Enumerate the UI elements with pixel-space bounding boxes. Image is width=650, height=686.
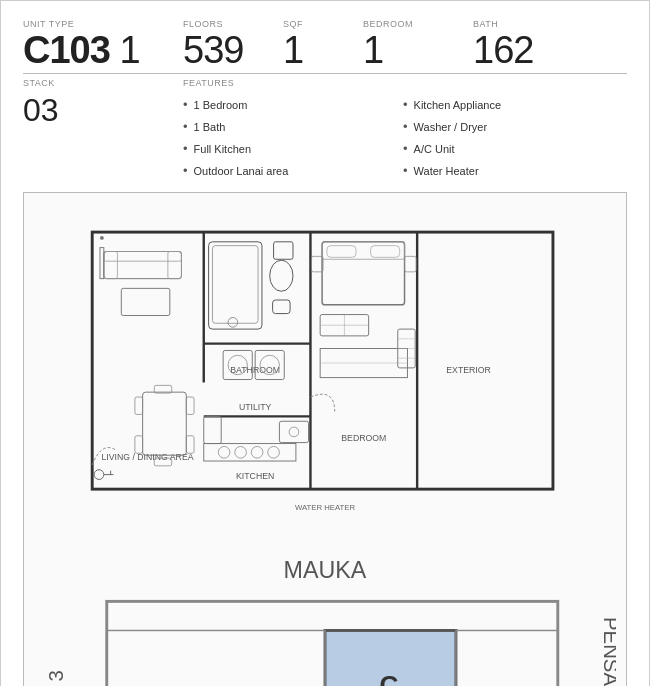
unit-type-label: UNIT TYPE	[23, 19, 183, 29]
svg-rect-41	[279, 422, 308, 443]
svg-point-38	[235, 447, 247, 459]
stack-value: 03	[23, 94, 183, 126]
svg-rect-50	[405, 257, 417, 273]
floors-label: FLOORS	[183, 19, 283, 29]
svg-rect-8	[212, 246, 258, 324]
svg-text:WATER HEATER: WATER HEATER	[295, 503, 356, 512]
floors-col: FLOORS 539	[183, 19, 283, 69]
svg-rect-21	[135, 397, 143, 414]
svg-text:PENSACOLA ST: PENSACOLA ST	[600, 617, 616, 686]
svg-point-27	[94, 470, 104, 480]
feature-item: 1 Bath	[183, 116, 403, 138]
svg-rect-48	[371, 246, 400, 258]
svg-rect-49	[311, 257, 323, 273]
feature-item: 1 Bedroom	[183, 94, 403, 116]
bedroom-label: BEDROOM	[363, 19, 473, 29]
svg-rect-19	[100, 248, 104, 279]
stack-features: STACK 03 FEATURES 1 Bedroom 1 Bath Full …	[23, 78, 627, 182]
svg-rect-22	[186, 397, 194, 414]
svg-rect-24	[186, 436, 194, 453]
floors-value: 539	[183, 31, 283, 69]
svg-text:UTILITY: UTILITY	[239, 402, 272, 412]
svg-text:LIVING / DINING AREA: LIVING / DINING AREA	[101, 452, 193, 462]
feature-item: Kitchen Appliance	[403, 94, 627, 116]
bath-col: BATH 162	[473, 19, 553, 69]
header: UNIT TYPE C103 1 FLOORS 539 SQF 1 BEDROO…	[23, 19, 627, 74]
svg-rect-17	[168, 252, 182, 279]
svg-rect-43	[204, 417, 221, 444]
svg-rect-15	[104, 252, 182, 262]
svg-point-39	[251, 447, 263, 459]
unit-type-col: UNIT TYPE C103 1	[23, 19, 183, 69]
unit-type-value: C103 1	[23, 31, 183, 69]
features-right: FEATURES Kitchen Appliance Washer / Drye…	[403, 78, 627, 182]
svg-rect-23	[135, 436, 143, 453]
page: UNIT TYPE C103 1 FLOORS 539 SQF 1 BEDROO…	[0, 0, 650, 686]
svg-rect-14	[104, 252, 182, 279]
feature-item: A/C Unit	[403, 138, 627, 160]
svg-rect-11	[273, 300, 290, 314]
bath-value: 162	[473, 31, 553, 69]
feature-item: Washer / Dryer	[403, 116, 627, 138]
svg-rect-16	[104, 252, 118, 279]
mini-map-container: MAUKA MAKAI PENSACOLA ST VIA 3 C	[34, 549, 616, 686]
stack-label: STACK	[23, 78, 183, 88]
svg-rect-36	[204, 444, 296, 461]
svg-text:C: C	[380, 670, 399, 686]
svg-point-42	[289, 427, 299, 437]
features-left-list: 1 Bedroom 1 Bath Full Kitchen Outdoor La…	[183, 94, 403, 182]
svg-text:MAUKA: MAUKA	[284, 557, 367, 583]
mini-map-svg: MAUKA MAKAI PENSACOLA ST VIA 3 C	[34, 549, 616, 686]
sqf-col: SQF 1	[283, 19, 363, 69]
floorplan-container: BATHROOM LIVING / DINING AREA	[23, 192, 627, 686]
feature-item: Outdoor Lanai area	[183, 160, 403, 182]
svg-rect-20	[143, 393, 187, 456]
svg-rect-72	[456, 630, 558, 686]
svg-rect-7	[209, 242, 262, 329]
features-col: FEATURES 1 Bedroom 1 Bath Full Kitchen O…	[183, 78, 627, 182]
features-right-list: Kitchen Appliance Washer / Dryer A/C Uni…	[403, 94, 627, 182]
svg-rect-45	[322, 242, 404, 305]
bedroom-col: BEDROOM 1	[363, 19, 473, 69]
svg-point-62	[100, 236, 104, 240]
sqf-label: SQF	[283, 19, 363, 29]
feature-item: Full Kitchen	[183, 138, 403, 160]
svg-rect-10	[274, 242, 293, 259]
svg-rect-18	[121, 289, 170, 316]
features-left: FEATURES 1 Bedroom 1 Bath Full Kitchen O…	[183, 78, 403, 182]
bedroom-value: 1	[363, 31, 473, 69]
svg-text:BEDROOM: BEDROOM	[341, 433, 386, 443]
floorplan-svg: BATHROOM LIVING / DINING AREA	[34, 203, 616, 543]
svg-point-40	[268, 447, 280, 459]
svg-text:VIA 3: VIA 3	[45, 670, 67, 686]
svg-rect-46	[322, 242, 404, 259]
svg-point-9	[270, 261, 293, 292]
stack-col: STACK 03	[23, 78, 183, 182]
svg-text:EXTERIOR: EXTERIOR	[446, 365, 491, 375]
svg-point-12	[228, 318, 238, 328]
feature-item: Water Heater	[403, 160, 627, 182]
svg-point-37	[218, 447, 230, 459]
unit-type-bold: C103	[23, 29, 110, 71]
svg-text:KITCHEN: KITCHEN	[236, 472, 274, 482]
svg-rect-71	[107, 630, 325, 686]
bath-label: BATH	[473, 19, 553, 29]
unit-type-light: 1	[119, 29, 139, 71]
sqf-value: 1	[283, 31, 363, 69]
svg-rect-47	[327, 246, 356, 258]
features-label: FEATURES	[183, 78, 403, 88]
